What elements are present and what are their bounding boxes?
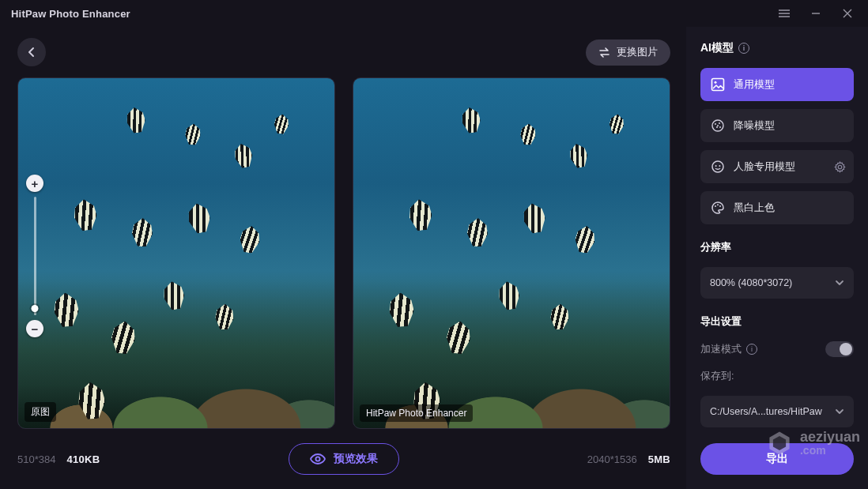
fish-decoration <box>186 201 212 235</box>
svg-point-12 <box>715 205 716 207</box>
zoom-control: + − <box>26 175 43 337</box>
accel-label: 加速模式 i <box>700 343 757 356</box>
fish-decoration <box>573 224 596 254</box>
model-label: 降噪模型 <box>734 118 775 133</box>
model-colorize[interactable]: 黑白上色 <box>700 191 854 224</box>
fish-decoration <box>466 218 488 247</box>
swap-image-button[interactable]: 更换图片 <box>586 39 670 66</box>
side-panel: AI模型 i 通用模型 降噪模型 人脸专用模型 <box>686 27 868 489</box>
accel-row: 加速模式 i <box>700 341 854 357</box>
fish-decoration <box>274 113 290 134</box>
fish-decoration <box>460 107 482 134</box>
export-settings-title: 导出设置 <box>700 314 854 329</box>
svg-point-2 <box>715 81 717 84</box>
main-area: 更换图片 + <box>0 27 686 489</box>
app-title: HitPaw Photo Enhancer <box>11 8 130 20</box>
enhanced-resolution: 2040*1536 <box>587 453 637 465</box>
palette-icon <box>710 200 726 216</box>
original-panel: + − 原图 <box>17 77 335 429</box>
denoise-icon <box>710 118 726 134</box>
export-button[interactable]: 导出 <box>700 443 854 475</box>
eye-icon <box>310 453 326 465</box>
saveto-value: C:/Users/A...tures/HitPaw <box>710 406 822 417</box>
saveto-label: 保存到: <box>700 370 854 383</box>
ai-models-title: AI模型 i <box>700 41 854 55</box>
fish-decoration <box>125 107 147 134</box>
svg-point-9 <box>712 161 723 172</box>
minus-icon: − <box>32 322 39 336</box>
fish-decoration <box>131 218 153 247</box>
svg-point-0 <box>315 457 319 461</box>
fish-decoration <box>609 113 625 134</box>
back-button[interactable] <box>17 38 46 66</box>
model-list: 通用模型 降噪模型 人脸专用模型 黑 <box>700 68 854 224</box>
svg-point-7 <box>719 126 721 128</box>
info-icon[interactable]: i <box>738 43 749 54</box>
fish-decoration <box>73 198 99 231</box>
fish-decoration <box>568 141 590 169</box>
minimize-icon <box>811 9 821 18</box>
svg-point-8 <box>717 125 719 126</box>
fish-decoration <box>521 201 547 235</box>
fish-decoration <box>232 141 255 169</box>
enhanced-badge: HitPaw Photo Enhancer <box>360 404 473 422</box>
original-filesize: 410KB <box>66 453 100 465</box>
enhanced-panel: HitPaw Photo Enhancer <box>353 77 670 429</box>
zoom-slider[interactable] <box>34 197 36 315</box>
fish-decoration <box>238 224 261 254</box>
resolution-title: 分辨率 <box>700 240 854 254</box>
menu-button[interactable] <box>768 1 800 26</box>
enhanced-filesize: 5MB <box>648 453 670 465</box>
chevron-down-icon <box>835 280 844 286</box>
chevron-down-icon <box>835 408 844 415</box>
fish-decoration <box>519 123 536 145</box>
resolution-select[interactable]: 800% (4080*3072) <box>700 267 854 299</box>
svg-point-13 <box>717 204 719 205</box>
zoom-slider-knob[interactable] <box>32 305 39 312</box>
model-label: 通用模型 <box>734 77 775 92</box>
model-general[interactable]: 通用模型 <box>700 68 854 101</box>
model-face[interactable]: 人脸专用模型 <box>700 150 854 183</box>
minimize-button[interactable] <box>800 1 832 26</box>
accel-toggle[interactable] <box>825 341 854 357</box>
chevron-left-icon <box>26 47 37 58</box>
image-icon <box>710 77 726 92</box>
export-label: 导出 <box>766 452 788 466</box>
model-label: 黑白上色 <box>734 201 775 215</box>
svg-point-4 <box>715 123 716 125</box>
svg-point-10 <box>715 165 717 167</box>
zoom-out-button[interactable]: − <box>26 320 43 337</box>
original-meta: 510*384 410KB <box>17 453 100 465</box>
title-bar: HitPaw Photo Enhancer <box>0 0 868 27</box>
svg-point-6 <box>716 126 718 128</box>
swap-icon <box>598 47 610 58</box>
swap-label: 更换图片 <box>617 45 658 59</box>
preview-label: 预览效果 <box>334 452 378 466</box>
zoom-in-button[interactable]: + <box>26 175 43 192</box>
enhanced-meta: 2040*1536 5MB <box>587 453 670 465</box>
face-icon <box>710 159 726 175</box>
info-icon[interactable]: i <box>746 344 757 355</box>
original-badge: 原图 <box>25 402 56 422</box>
svg-point-11 <box>719 165 720 167</box>
gear-icon[interactable] <box>834 161 846 173</box>
plus-icon: + <box>32 177 39 190</box>
model-label: 人脸专用模型 <box>734 160 795 174</box>
svg-point-14 <box>719 205 721 207</box>
hamburger-icon <box>779 9 790 17</box>
resolution-value: 800% (4080*3072) <box>710 277 792 288</box>
model-denoise[interactable]: 降噪模型 <box>700 109 854 142</box>
close-icon <box>843 9 852 18</box>
svg-point-5 <box>719 122 720 124</box>
close-button[interactable] <box>832 1 863 26</box>
saveto-select[interactable]: C:/Users/A...tures/HitPaw <box>700 396 854 427</box>
fish-decoration <box>408 198 434 231</box>
original-resolution: 510*384 <box>17 453 55 465</box>
preview-button[interactable]: 预览效果 <box>289 443 399 475</box>
toggle-knob <box>840 343 852 355</box>
fish-decoration <box>184 123 201 145</box>
window-controls <box>768 1 863 26</box>
